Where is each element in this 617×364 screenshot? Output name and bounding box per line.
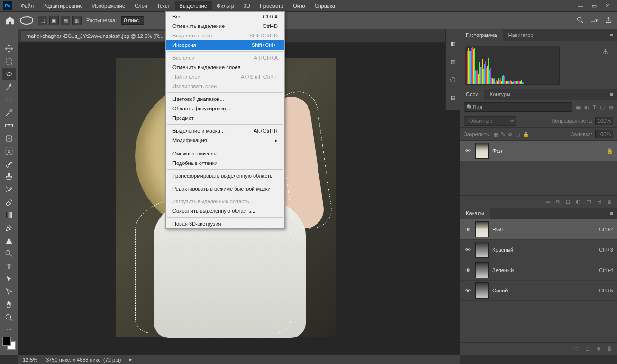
lock-brush-icon[interactable]: ✎ xyxy=(501,131,505,137)
color-swatches[interactable] xyxy=(2,337,16,350)
menu-выделение[interactable]: Выделение xyxy=(175,1,212,10)
menu-item[interactable]: Цветовой диапазон... xyxy=(166,94,284,104)
layer-filter-input[interactable]: 🔍Вид xyxy=(464,102,572,112)
menu-просмотр[interactable]: Просмотр xyxy=(255,1,288,10)
feather-input[interactable] xyxy=(121,16,144,25)
workspace-icon[interactable]: ▭▾ xyxy=(590,18,598,24)
stamp-tool[interactable] xyxy=(2,171,16,182)
new-layer-icon[interactable]: ⊞ xyxy=(597,199,601,205)
menu-фильтр[interactable]: Фильтр xyxy=(212,1,239,10)
channel-row[interactable]: 👁RGBCtrl+2 xyxy=(460,219,617,240)
marquee-tool[interactable] xyxy=(2,55,16,67)
channel-row[interactable]: 👁КрасныйCtrl+3 xyxy=(460,240,617,260)
channel-row[interactable]: 👁ЗеленыйCtrl+4 xyxy=(460,260,617,281)
menu-слои[interactable]: Слои xyxy=(130,1,152,10)
menu-файл[interactable]: Файл xyxy=(16,1,38,10)
visibility-icon[interactable]: 👁 xyxy=(464,247,472,253)
filter-adjust-icon[interactable]: ◐ xyxy=(584,104,589,110)
pen-tool[interactable] xyxy=(2,222,16,234)
direct-select-tool[interactable] xyxy=(2,286,16,298)
lock-artboard-icon[interactable]: ▢ xyxy=(515,131,520,137)
delete-channel-icon[interactable]: 🗑 xyxy=(607,346,612,352)
fill-input[interactable] xyxy=(595,130,613,138)
document-dims[interactable]: 3750 пикс. x 4688 пикс. (72 ppi) xyxy=(46,357,121,363)
save-selection-icon[interactable]: ◻ xyxy=(585,346,590,352)
menu-item[interactable]: Область фокусировки... xyxy=(166,104,284,113)
menu-item[interactable]: Отменить выделение слоев xyxy=(166,63,284,72)
edit-toolbar[interactable]: ⋯ xyxy=(2,324,16,336)
visibility-icon[interactable]: 👁 xyxy=(464,288,472,293)
ruler-tool[interactable] xyxy=(2,119,16,131)
menu-item[interactable]: Смежные пикселы xyxy=(166,149,284,158)
menu-item[interactable]: Подобные оттенки xyxy=(166,158,284,168)
menu-item[interactable]: Сохранить выделенную область... xyxy=(166,206,284,216)
lock-all-icon[interactable]: 🔒 xyxy=(523,131,529,137)
object-select-tool[interactable] xyxy=(2,145,16,157)
close-button[interactable]: ✕ xyxy=(605,3,609,9)
visibility-icon[interactable]: 👁 xyxy=(464,148,472,154)
fx-icon[interactable]: fx xyxy=(556,199,560,205)
tab-navigator[interactable]: Навигатор xyxy=(503,29,539,41)
libraries-icon[interactable]: ▤ xyxy=(448,93,458,102)
menu-item[interactable]: ИнверсияShift+Ctrl+I xyxy=(166,40,284,50)
info-icon[interactable]: ⓘ xyxy=(448,75,458,84)
shape-tool[interactable] xyxy=(2,235,16,246)
hand-tool[interactable] xyxy=(2,299,16,310)
blend-mode-select[interactable]: Обычные xyxy=(464,116,516,126)
warning-icon[interactable]: ⚠ xyxy=(602,48,608,55)
filter-smart-icon[interactable]: ▤ xyxy=(608,104,613,110)
menu-справка[interactable]: Справка xyxy=(310,1,340,10)
adjustments-icon[interactable]: ◧ xyxy=(448,39,458,48)
zoom-level[interactable]: 12,5% xyxy=(23,357,37,363)
new-channel-icon[interactable]: ⊞ xyxy=(596,346,600,352)
gradient-tool[interactable] xyxy=(2,209,16,221)
layer-name[interactable]: Фон xyxy=(492,148,603,154)
filter-shape-icon[interactable]: ▢ xyxy=(600,104,605,110)
active-tool-icon[interactable] xyxy=(20,16,33,25)
menu-3d[interactable]: 3D xyxy=(239,1,255,10)
sel-new[interactable]: ▢ xyxy=(38,16,47,25)
menu-item[interactable]: Модификация xyxy=(166,136,284,146)
tab-layers[interactable]: Слои xyxy=(460,89,484,100)
menu-текст[interactable]: Текст xyxy=(152,1,175,10)
move-tool[interactable] xyxy=(2,43,16,55)
opacity-input[interactable] xyxy=(595,117,613,125)
channel-row[interactable]: 👁СинийCtrl+5 xyxy=(460,281,617,301)
panel-menu-icon[interactable]: ≡ xyxy=(607,210,617,216)
maximize-button[interactable]: ▭ xyxy=(592,3,597,9)
sel-add[interactable]: ▣ xyxy=(49,16,59,25)
brush-tool[interactable] xyxy=(2,158,16,170)
eyedropper-tool[interactable] xyxy=(2,107,16,118)
menu-item[interactable]: Предмет xyxy=(166,113,284,123)
visibility-icon[interactable]: 👁 xyxy=(464,267,472,273)
filter-image-icon[interactable]: ▣ xyxy=(576,104,581,110)
eraser-tool[interactable] xyxy=(2,196,16,208)
minimize-button[interactable]: — xyxy=(578,3,583,9)
home-icon[interactable] xyxy=(5,15,15,26)
menu-редактирование[interactable]: Редактирование xyxy=(38,1,88,10)
type-tool[interactable] xyxy=(2,260,16,272)
adjustment-icon[interactable]: ◐ xyxy=(576,199,581,205)
menu-item[interactable]: Новая 3D-экструзия xyxy=(166,219,284,228)
lasso-tool[interactable] xyxy=(2,68,16,80)
magic-wand-tool[interactable] xyxy=(2,81,16,93)
menu-item[interactable]: ВсеCtrl+A xyxy=(166,12,284,21)
panel-menu-icon[interactable]: ≡ xyxy=(607,32,617,38)
filter-type-icon[interactable]: T xyxy=(593,104,596,110)
share-icon[interactable] xyxy=(605,16,612,25)
crop-tool[interactable] xyxy=(2,94,16,106)
menu-item[interactable]: Редактировать в режиме быстрой маски xyxy=(166,184,284,193)
load-selection-icon[interactable]: ◌ xyxy=(574,346,579,352)
sel-intersect[interactable]: ▥ xyxy=(72,16,82,25)
menu-item[interactable]: Трансформировать выделенную область xyxy=(166,171,284,181)
properties-icon[interactable]: ▥ xyxy=(448,57,458,66)
visibility-icon[interactable]: 👁 xyxy=(464,227,472,232)
path-select-tool[interactable] xyxy=(2,273,16,285)
layer-row[interactable]: 👁 Фон 🔒 xyxy=(460,141,617,161)
zoom-tool[interactable] xyxy=(2,311,16,323)
menu-изображение[interactable]: Изображение xyxy=(88,1,130,10)
panel-menu-icon[interactable]: ≡ xyxy=(607,91,617,97)
tab-paths[interactable]: Контуры xyxy=(484,89,516,100)
document-tab[interactable]: mahdi-chaghari-BG1s_JYt2ww-unsplash.jpg … xyxy=(21,31,169,41)
menu-окно[interactable]: Окно xyxy=(288,1,310,10)
